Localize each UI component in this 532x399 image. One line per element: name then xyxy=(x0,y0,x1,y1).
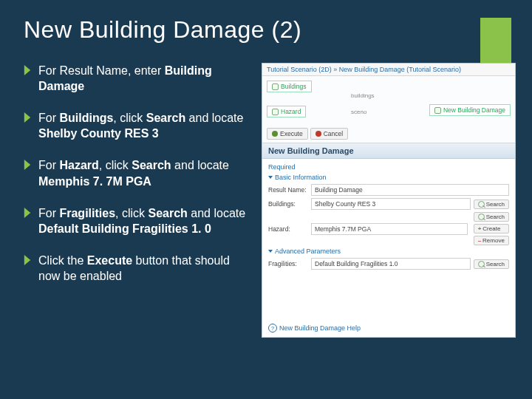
bullet-item: For Hazard, click Search and locate Memp… xyxy=(22,157,251,188)
search-button[interactable]: Search xyxy=(474,200,509,209)
node-icon xyxy=(434,107,441,114)
search-icon xyxy=(478,201,485,208)
row-hazard: Hazard: Memphis 7.7M PGA Search +Create … xyxy=(268,212,509,245)
node-icon xyxy=(272,109,279,115)
bullet-item: Click the Execute button that should now… xyxy=(22,253,251,284)
chevron-right-icon xyxy=(22,255,33,265)
panel-title: New Building Damage xyxy=(262,143,515,159)
basic-info-disclosure[interactable]: Basic Information xyxy=(268,174,509,181)
node-analysis[interactable]: New Building Damage xyxy=(429,104,511,116)
row-result-name: Result Name: Building Damage xyxy=(268,184,509,196)
buildings-input[interactable]: Shelby County RES 3 xyxy=(311,198,471,210)
slide: New Building Damage (2) For Result Name,… xyxy=(0,0,532,399)
remove-button[interactable]: –Remove xyxy=(474,236,509,245)
required-label: Required xyxy=(268,163,509,171)
stop-icon xyxy=(316,131,321,137)
node-hazard[interactable]: Hazard xyxy=(267,106,306,117)
bullet-text: For Buildings, click Search and locate S… xyxy=(38,110,251,141)
accent-block xyxy=(480,18,511,65)
field-label: Fragilities: xyxy=(268,260,311,267)
slide-title: New Building Damage (2) xyxy=(24,16,301,44)
search-button[interactable]: Search xyxy=(474,212,509,222)
app-screenshot: Tutorial Scenario (2D) » New Building Da… xyxy=(262,63,516,338)
chevron-right-icon xyxy=(22,112,33,123)
node-icon xyxy=(272,83,279,90)
bullet-text: For Fragilities, click Search and locate… xyxy=(38,205,251,236)
bullet-text: Click the Execute button that should now… xyxy=(38,253,251,284)
help-icon: ? xyxy=(268,324,277,332)
bullet-item: For Result Name, enter Building Damage xyxy=(22,63,251,94)
field-label: Result Name: xyxy=(268,186,311,194)
chevron-right-icon xyxy=(22,160,33,170)
play-icon xyxy=(272,131,278,137)
canvas-toolbar: Execute Cancel xyxy=(267,128,348,140)
search-button[interactable]: Search xyxy=(474,259,509,269)
cancel-button[interactable]: Cancel xyxy=(310,128,348,140)
row-fragilities: Fragilities: Default Building Fragilitie… xyxy=(268,258,509,270)
minus-icon: – xyxy=(478,237,481,244)
chevron-down-icon xyxy=(268,250,273,253)
advanced-disclosure[interactable]: Advanced Parameters xyxy=(268,248,509,255)
create-button[interactable]: +Create xyxy=(474,224,509,233)
bullet-item: For Buildings, click Search and locate S… xyxy=(22,110,251,141)
field-label: Hazard: xyxy=(268,225,311,233)
edge-label: sceno xyxy=(351,109,366,115)
search-icon xyxy=(478,261,485,267)
edge-label: buildings xyxy=(351,92,375,99)
result-name-input[interactable]: Building Damage xyxy=(311,184,509,196)
bullet-text: For Result Name, enter Building Damage xyxy=(38,63,251,94)
chevron-down-icon xyxy=(268,176,273,179)
panel-body: Required Basic Information Result Name: … xyxy=(262,159,515,276)
chevron-right-icon xyxy=(22,65,33,75)
bullet-list: For Result Name, enter Building Damage F… xyxy=(22,63,251,338)
hazard-input[interactable]: Memphis 7.7M PGA xyxy=(311,223,468,235)
bullet-item: For Fragilities, click Search and locate… xyxy=(22,205,251,236)
bullet-text: For Hazard, click Search and locate Memp… xyxy=(38,157,251,188)
row-buildings: Buildings: Shelby County RES 3 Search xyxy=(268,198,509,210)
node-buildings[interactable]: Buildings xyxy=(267,81,312,92)
chevron-right-icon xyxy=(22,208,33,218)
execute-button[interactable]: Execute xyxy=(267,128,308,140)
field-label: Buildings: xyxy=(268,200,311,208)
breadcrumb[interactable]: Tutorial Scenario (2D) » New Building Da… xyxy=(262,64,515,76)
fragilities-input[interactable]: Default Building Fragilities 1.0 xyxy=(311,258,471,270)
workflow-canvas[interactable]: Buildings buildings Hazard sceno New Bui… xyxy=(262,76,515,143)
help-link[interactable]: ?New Building Damage Help xyxy=(268,324,361,332)
search-icon xyxy=(478,214,485,220)
plus-icon: + xyxy=(478,225,482,232)
